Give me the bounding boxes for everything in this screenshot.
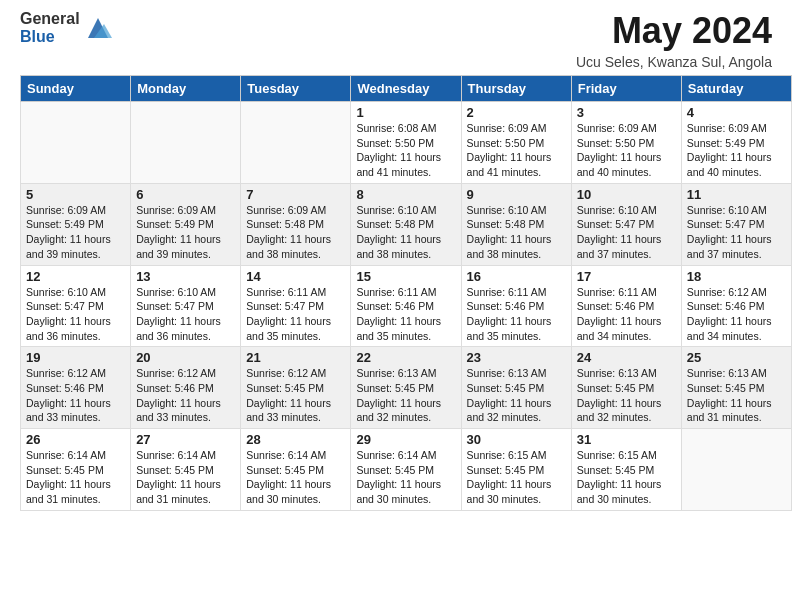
table-cell: 28Sunrise: 6:14 AMSunset: 5:45 PMDayligh…: [241, 429, 351, 511]
day-info-line: Sunset: 5:50 PM: [577, 136, 676, 151]
day-info-line: Daylight: 11 hours and 32 minutes.: [577, 396, 676, 425]
day-info-line: Sunrise: 6:12 AM: [26, 366, 125, 381]
day-info-line: Sunset: 5:46 PM: [136, 381, 235, 396]
day-info-line: Sunrise: 6:15 AM: [467, 448, 566, 463]
day-info-line: Sunset: 5:45 PM: [246, 463, 345, 478]
table-cell: 20Sunrise: 6:12 AMSunset: 5:46 PMDayligh…: [131, 347, 241, 429]
logo: General Blue: [20, 10, 112, 45]
day-info-line: Daylight: 11 hours and 36 minutes.: [136, 314, 235, 343]
day-info-line: Sunrise: 6:14 AM: [356, 448, 455, 463]
day-info-line: Sunset: 5:46 PM: [687, 299, 786, 314]
day-info-line: Sunrise: 6:08 AM: [356, 121, 455, 136]
day-info-line: Sunset: 5:45 PM: [356, 381, 455, 396]
day-info-line: Daylight: 11 hours and 38 minutes.: [356, 232, 455, 261]
table-cell: 26Sunrise: 6:14 AMSunset: 5:45 PMDayligh…: [21, 429, 131, 511]
table-cell: 1Sunrise: 6:08 AMSunset: 5:50 PMDaylight…: [351, 102, 461, 184]
day-info-line: Daylight: 11 hours and 33 minutes.: [136, 396, 235, 425]
day-info-line: Sunset: 5:45 PM: [356, 463, 455, 478]
day-info-line: Sunset: 5:47 PM: [136, 299, 235, 314]
day-info-line: Sunrise: 6:10 AM: [26, 285, 125, 300]
day-info-line: Sunrise: 6:12 AM: [246, 366, 345, 381]
logo-blue: Blue: [20, 28, 80, 46]
table-cell: 3Sunrise: 6:09 AMSunset: 5:50 PMDaylight…: [571, 102, 681, 184]
day-info-line: Sunset: 5:49 PM: [26, 217, 125, 232]
day-info-line: Sunset: 5:46 PM: [467, 299, 566, 314]
col-wednesday: Wednesday: [351, 76, 461, 102]
col-saturday: Saturday: [681, 76, 791, 102]
table-cell: 6Sunrise: 6:09 AMSunset: 5:49 PMDaylight…: [131, 183, 241, 265]
table-cell: [681, 429, 791, 511]
table-cell: 4Sunrise: 6:09 AMSunset: 5:49 PMDaylight…: [681, 102, 791, 184]
table-cell: 21Sunrise: 6:12 AMSunset: 5:45 PMDayligh…: [241, 347, 351, 429]
day-info-line: Daylight: 11 hours and 38 minutes.: [246, 232, 345, 261]
day-info-line: Daylight: 11 hours and 40 minutes.: [687, 150, 786, 179]
day-info-line: Daylight: 11 hours and 35 minutes.: [356, 314, 455, 343]
table-cell: [241, 102, 351, 184]
day-info-line: Daylight: 11 hours and 32 minutes.: [356, 396, 455, 425]
day-info-line: Sunset: 5:49 PM: [136, 217, 235, 232]
day-info-line: Sunrise: 6:10 AM: [136, 285, 235, 300]
day-info-line: Daylight: 11 hours and 31 minutes.: [136, 477, 235, 506]
day-info-line: Sunset: 5:48 PM: [467, 217, 566, 232]
day-info-line: Daylight: 11 hours and 31 minutes.: [26, 477, 125, 506]
day-info-line: Sunrise: 6:13 AM: [467, 366, 566, 381]
table-cell: 15Sunrise: 6:11 AMSunset: 5:46 PMDayligh…: [351, 265, 461, 347]
calendar: Sunday Monday Tuesday Wednesday Thursday…: [20, 75, 792, 511]
table-cell: 17Sunrise: 6:11 AMSunset: 5:46 PMDayligh…: [571, 265, 681, 347]
day-info-line: Sunrise: 6:13 AM: [687, 366, 786, 381]
day-info-line: Daylight: 11 hours and 41 minutes.: [467, 150, 566, 179]
header: General Blue May 2024 Ucu Seles, Kwanza …: [0, 0, 792, 75]
day-info-line: Sunset: 5:45 PM: [136, 463, 235, 478]
table-cell: 24Sunrise: 6:13 AMSunset: 5:45 PMDayligh…: [571, 347, 681, 429]
table-cell: 30Sunrise: 6:15 AMSunset: 5:45 PMDayligh…: [461, 429, 571, 511]
day-info-line: Sunset: 5:47 PM: [246, 299, 345, 314]
day-info-line: Daylight: 11 hours and 41 minutes.: [356, 150, 455, 179]
table-cell: 7Sunrise: 6:09 AMSunset: 5:48 PMDaylight…: [241, 183, 351, 265]
col-sunday: Sunday: [21, 76, 131, 102]
day-info-line: Sunrise: 6:11 AM: [577, 285, 676, 300]
day-info-line: Daylight: 11 hours and 35 minutes.: [467, 314, 566, 343]
day-info-line: Daylight: 11 hours and 39 minutes.: [26, 232, 125, 261]
day-info-line: Daylight: 11 hours and 34 minutes.: [577, 314, 676, 343]
table-cell: 27Sunrise: 6:14 AMSunset: 5:45 PMDayligh…: [131, 429, 241, 511]
day-info-line: Sunrise: 6:11 AM: [356, 285, 455, 300]
day-info-line: Sunrise: 6:11 AM: [246, 285, 345, 300]
day-info-line: Sunrise: 6:14 AM: [246, 448, 345, 463]
day-info-line: Sunrise: 6:10 AM: [467, 203, 566, 218]
table-cell: 12Sunrise: 6:10 AMSunset: 5:47 PMDayligh…: [21, 265, 131, 347]
day-info-line: Daylight: 11 hours and 38 minutes.: [467, 232, 566, 261]
day-info-line: Sunset: 5:50 PM: [467, 136, 566, 151]
table-cell: 8Sunrise: 6:10 AMSunset: 5:48 PMDaylight…: [351, 183, 461, 265]
day-info-line: Daylight: 11 hours and 30 minutes.: [246, 477, 345, 506]
day-info-line: Sunset: 5:45 PM: [467, 463, 566, 478]
day-info-line: Daylight: 11 hours and 36 minutes.: [26, 314, 125, 343]
table-cell: 31Sunrise: 6:15 AMSunset: 5:45 PMDayligh…: [571, 429, 681, 511]
day-info-line: Sunset: 5:46 PM: [356, 299, 455, 314]
day-info-line: Daylight: 11 hours and 33 minutes.: [246, 396, 345, 425]
day-info-line: Sunrise: 6:10 AM: [356, 203, 455, 218]
table-cell: 2Sunrise: 6:09 AMSunset: 5:50 PMDaylight…: [461, 102, 571, 184]
table-cell: 18Sunrise: 6:12 AMSunset: 5:46 PMDayligh…: [681, 265, 791, 347]
day-info-line: Sunrise: 6:09 AM: [136, 203, 235, 218]
logo-icon: [84, 14, 112, 42]
day-info-line: Sunrise: 6:12 AM: [687, 285, 786, 300]
day-info-line: Sunset: 5:50 PM: [356, 136, 455, 151]
col-tuesday: Tuesday: [241, 76, 351, 102]
day-info-line: Sunset: 5:45 PM: [577, 381, 676, 396]
day-info-line: Sunrise: 6:09 AM: [26, 203, 125, 218]
location: Ucu Seles, Kwanza Sul, Angola: [576, 54, 772, 70]
table-cell: 9Sunrise: 6:10 AMSunset: 5:48 PMDaylight…: [461, 183, 571, 265]
day-info-line: Sunset: 5:48 PM: [356, 217, 455, 232]
table-cell: 11Sunrise: 6:10 AMSunset: 5:47 PMDayligh…: [681, 183, 791, 265]
day-info-line: Sunset: 5:47 PM: [26, 299, 125, 314]
day-info-line: Daylight: 11 hours and 35 minutes.: [246, 314, 345, 343]
day-info-line: Sunset: 5:45 PM: [246, 381, 345, 396]
day-info-line: Sunrise: 6:09 AM: [577, 121, 676, 136]
day-info-line: Sunset: 5:47 PM: [687, 217, 786, 232]
table-cell: 29Sunrise: 6:14 AMSunset: 5:45 PMDayligh…: [351, 429, 461, 511]
day-info-line: Sunrise: 6:13 AM: [356, 366, 455, 381]
day-info-line: Daylight: 11 hours and 32 minutes.: [467, 396, 566, 425]
day-info-line: Daylight: 11 hours and 30 minutes.: [577, 477, 676, 506]
month-title: May 2024: [576, 10, 772, 52]
calendar-header-row: Sunday Monday Tuesday Wednesday Thursday…: [21, 76, 792, 102]
